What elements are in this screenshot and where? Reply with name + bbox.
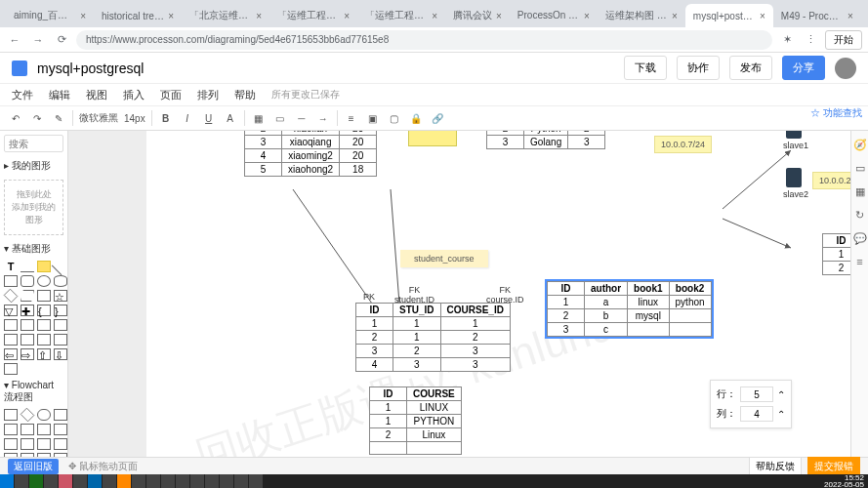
tb-1[interactable] [15, 474, 28, 488]
start-button[interactable]: 开始 [825, 30, 862, 50]
shape-b4[interactable] [54, 334, 67, 346]
browser-tab[interactable]: 「北京运维工程师...× [182, 4, 269, 27]
fontsize-select[interactable]: 14px [124, 113, 145, 124]
fc-8[interactable] [54, 424, 67, 435]
fontcolor-icon[interactable]: A [223, 110, 238, 126]
toback-icon[interactable]: ▢ [387, 110, 402, 126]
table-row[interactable]: 323 [356, 345, 511, 358]
table-cell[interactable]: 5 [245, 163, 282, 177]
table-cell[interactable]: 2 [548, 309, 585, 323]
rs-nav-icon[interactable]: 🧭 [853, 139, 867, 152]
table-idcourse[interactable]: IDcourse1linux2golang [822, 233, 850, 275]
linestyle-icon[interactable]: ─ [294, 110, 310, 126]
tb-4[interactable] [59, 474, 72, 488]
menu-page[interactable]: 页面 [160, 88, 182, 102]
tb-16[interactable] [234, 474, 248, 488]
table-cell[interactable]: 20 [340, 136, 377, 149]
table-row[interactable]: 4xiaoming220 [245, 149, 377, 163]
share-button[interactable]: 分享 [782, 56, 825, 80]
table-row[interactable]: 111 [356, 317, 511, 331]
shape-c4[interactable]: ⇩ [54, 348, 67, 360]
app-logo-icon[interactable] [12, 61, 27, 76]
nav-back-icon[interactable]: ← [6, 31, 23, 49]
table-course[interactable]: IDCOURSE1LINUX1PYTHON2Linux [369, 386, 462, 455]
table-cell[interactable]: mysql [628, 309, 669, 323]
cols-input[interactable] [740, 406, 773, 422]
shape-b3[interactable] [37, 334, 51, 346]
table-cell[interactable] [628, 323, 669, 337]
shape-search-input[interactable] [4, 135, 63, 152]
drop-area[interactable]: 拖到此处 添加到我的图形 [4, 180, 63, 235]
user-avatar[interactable] [835, 58, 856, 79]
rows-stepper[interactable]: ⌃ [777, 389, 785, 400]
tb-6[interactable] [88, 474, 102, 488]
underline-icon[interactable]: U [201, 110, 217, 126]
rs-page-icon[interactable]: ▭ [853, 162, 867, 176]
table-cell[interactable]: 18 [340, 163, 377, 177]
shape-roundrect[interactable] [21, 275, 34, 287]
tb-13[interactable] [190, 474, 204, 488]
shape-a1[interactable] [4, 319, 18, 331]
tab-close-icon[interactable]: × [672, 11, 678, 21]
shape-cross[interactable]: ✚ [21, 305, 34, 316]
table-students[interactable]: 2xiaolian203xiaoqiang204xiaoming2205xiao… [244, 131, 377, 177]
shape-c3[interactable]: ⇧ [37, 348, 51, 360]
shape-c1[interactable]: ⇦ [4, 348, 18, 360]
table-cell[interactable]: Linux [407, 428, 462, 442]
table-cell[interactable]: LINUX [407, 401, 462, 415]
tab-close-icon[interactable]: × [344, 11, 350, 21]
fc-6[interactable] [21, 424, 34, 435]
table-row[interactable]: 1alinuxpython [548, 296, 712, 309]
shape-circle[interactable] [37, 275, 51, 287]
table-cell[interactable]: 3 [356, 345, 393, 358]
cat-my-shapes[interactable]: ▸ 我的图形 [4, 156, 63, 176]
table-row[interactable] [370, 442, 462, 455]
tab-close-icon[interactable]: × [760, 11, 765, 21]
table-cell[interactable]: 3 [245, 136, 282, 149]
tb-15[interactable] [220, 474, 233, 488]
tb-5[interactable] [73, 474, 87, 488]
nav-fwd-icon[interactable]: → [29, 31, 47, 49]
ip-note-1[interactable]: 10.0.0.7/24 [654, 136, 712, 153]
tofront-icon[interactable]: ▣ [365, 110, 381, 126]
table-lang[interactable]: 2Python23Golang3 [486, 131, 605, 149]
fc-11[interactable] [37, 438, 51, 450]
nav-reload-icon[interactable]: ⟳ [53, 31, 70, 49]
browser-tab[interactable]: 运维架构图 - Proc...× [598, 4, 685, 27]
font-select[interactable]: 微软雅黑 [79, 111, 118, 125]
tb-9[interactable] [132, 474, 145, 488]
table-row[interactable]: 1LINUX [370, 401, 462, 415]
menu-icon[interactable]: ⋮ [802, 31, 819, 49]
table-cell[interactable]: 3 [548, 323, 585, 337]
tb-12[interactable] [176, 474, 189, 488]
tb-8[interactable] [117, 474, 131, 488]
rs-history-icon[interactable]: ↻ [853, 209, 867, 223]
table-cell[interactable] [669, 309, 711, 323]
table-cell[interactable]: 2 [356, 331, 393, 345]
table-cell[interactable]: 3 [440, 358, 510, 372]
shape-star[interactable]: ☆ [54, 290, 67, 302]
canvas[interactable]: 📹 腾讯会议 回收正版课+v: kunlun991 2xiaolian203xi… [68, 131, 850, 474]
shape-a2[interactable] [21, 319, 34, 331]
table-cell[interactable]: 4 [245, 149, 282, 163]
tb-17[interactable] [249, 474, 263, 488]
lock-icon[interactable]: 🔒 [408, 110, 424, 126]
server-icon-2[interactable] [786, 168, 802, 187]
fc-5[interactable] [4, 424, 18, 435]
table-cell[interactable]: 20 [340, 149, 377, 163]
shape-diag[interactable] [52, 258, 68, 275]
shape-hex[interactable] [37, 290, 51, 302]
table-cell[interactable]: linux [628, 296, 669, 309]
table-cell[interactable]: xiaoqiang [282, 136, 340, 149]
link-icon[interactable]: 🔗 [430, 110, 445, 126]
tab-close-icon[interactable]: × [432, 11, 437, 21]
table-row[interactable]: 3Golang3 [487, 136, 605, 149]
browser-tab[interactable]: ProcessOn - 我的文...× [510, 4, 598, 27]
help-feedback-button[interactable]: 帮助反馈 [749, 457, 802, 476]
menu-insert[interactable]: 插入 [123, 88, 145, 102]
align-icon[interactable]: ≡ [344, 110, 359, 126]
tab-close-icon[interactable]: × [847, 11, 853, 21]
table-cell[interactable]: Golang [524, 136, 568, 149]
menu-file[interactable]: 文件 [12, 88, 33, 102]
table-cell[interactable]: 2 [370, 428, 407, 442]
